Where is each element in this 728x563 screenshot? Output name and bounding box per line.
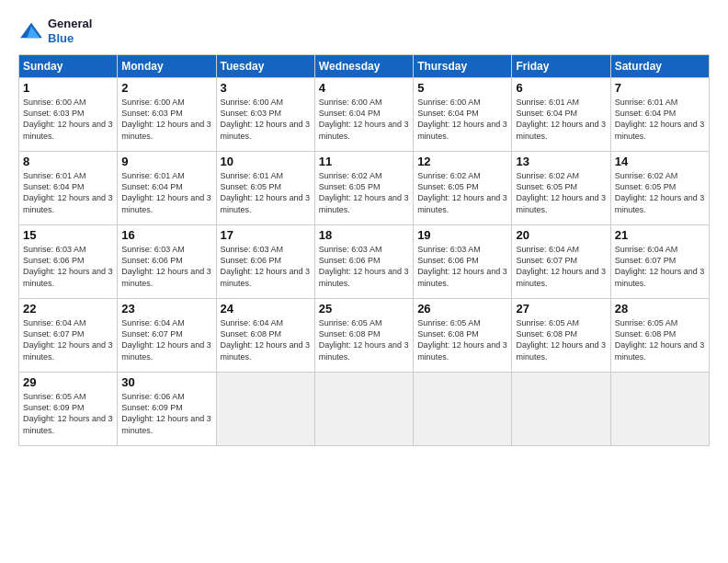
- day-info: Sunrise: 6:03 AM Sunset: 6:06 PM Dayligh…: [319, 244, 409, 289]
- calendar-cell: 25 Sunrise: 6:05 AM Sunset: 6:08 PM Dayl…: [314, 299, 413, 373]
- day-info: Sunrise: 6:05 AM Sunset: 6:08 PM Dayligh…: [615, 317, 705, 362]
- day-info: Sunrise: 6:03 AM Sunset: 6:06 PM Dayligh…: [417, 244, 507, 289]
- day-info: Sunrise: 6:01 AM Sunset: 6:04 PM Dayligh…: [516, 97, 606, 142]
- calendar-page: General Blue SundayMondayTuesdayWednesda…: [0, 0, 728, 563]
- day-number: 6: [516, 81, 606, 95]
- calendar-cell: 26 Sunrise: 6:05 AM Sunset: 6:08 PM Dayl…: [414, 299, 512, 373]
- weekday-header-friday: Friday: [512, 55, 610, 78]
- calendar-body: 1 Sunrise: 6:00 AM Sunset: 6:03 PM Dayli…: [19, 78, 710, 446]
- day-number: 1: [23, 81, 113, 95]
- day-number: 24: [221, 302, 311, 316]
- day-info: Sunrise: 6:05 AM Sunset: 6:08 PM Dayligh…: [516, 317, 606, 362]
- calendar-cell: 21 Sunrise: 6:04 AM Sunset: 6:07 PM Dayl…: [610, 225, 709, 299]
- calendar-cell: 29 Sunrise: 6:05 AM Sunset: 6:09 PM Dayl…: [19, 373, 118, 446]
- day-info: Sunrise: 6:02 AM Sunset: 6:05 PM Dayligh…: [516, 170, 606, 215]
- weekday-header-monday: Monday: [118, 55, 216, 78]
- day-info: Sunrise: 6:04 AM Sunset: 6:07 PM Dayligh…: [615, 244, 705, 289]
- weekday-header-saturday: Saturday: [610, 55, 709, 78]
- day-info: Sunrise: 6:01 AM Sunset: 6:04 PM Dayligh…: [615, 97, 705, 142]
- day-number: 15: [23, 228, 113, 242]
- calendar-cell: 1 Sunrise: 6:00 AM Sunset: 6:03 PM Dayli…: [19, 78, 118, 152]
- calendar-cell: 7 Sunrise: 6:01 AM Sunset: 6:04 PM Dayli…: [610, 78, 709, 152]
- calendar-cell: 3 Sunrise: 6:00 AM Sunset: 6:03 PM Dayli…: [216, 78, 314, 152]
- weekday-header-tuesday: Tuesday: [216, 55, 314, 78]
- day-info: Sunrise: 6:00 AM Sunset: 6:04 PM Dayligh…: [319, 97, 409, 142]
- day-info: Sunrise: 6:01 AM Sunset: 6:04 PM Dayligh…: [121, 170, 211, 215]
- day-number: 27: [516, 302, 606, 316]
- calendar-cell: [414, 373, 512, 446]
- logo-text: General Blue: [48, 17, 92, 45]
- day-number: 14: [615, 155, 705, 168]
- day-info: Sunrise: 6:00 AM Sunset: 6:04 PM Dayligh…: [417, 97, 507, 142]
- day-info: Sunrise: 6:04 AM Sunset: 6:07 PM Dayligh…: [23, 317, 113, 362]
- day-info: Sunrise: 6:05 AM Sunset: 6:08 PM Dayligh…: [319, 317, 409, 362]
- day-number: 30: [121, 375, 211, 389]
- weekday-header-thursday: Thursday: [414, 55, 512, 78]
- calendar-cell: 11 Sunrise: 6:02 AM Sunset: 6:05 PM Dayl…: [314, 152, 413, 225]
- day-number: 18: [319, 228, 409, 242]
- week-row-5: 29 Sunrise: 6:05 AM Sunset: 6:09 PM Dayl…: [19, 373, 710, 446]
- day-info: Sunrise: 6:03 AM Sunset: 6:06 PM Dayligh…: [23, 244, 113, 289]
- weekday-header-sunday: Sunday: [19, 55, 118, 78]
- calendar-table: SundayMondayTuesdayWednesdayThursdayFrid…: [18, 54, 710, 446]
- calendar-cell: 4 Sunrise: 6:00 AM Sunset: 6:04 PM Dayli…: [314, 78, 413, 152]
- calendar-cell: 22 Sunrise: 6:04 AM Sunset: 6:07 PM Dayl…: [19, 299, 118, 373]
- day-info: Sunrise: 6:05 AM Sunset: 6:08 PM Dayligh…: [417, 317, 507, 362]
- calendar-cell: 23 Sunrise: 6:04 AM Sunset: 6:07 PM Dayl…: [118, 299, 216, 373]
- day-number: 8: [23, 155, 113, 168]
- day-number: 17: [221, 228, 311, 242]
- week-row-2: 8 Sunrise: 6:01 AM Sunset: 6:04 PM Dayli…: [19, 152, 710, 225]
- calendar-cell: [610, 373, 709, 446]
- logo: General Blue: [18, 17, 92, 45]
- calendar-cell: 14 Sunrise: 6:02 AM Sunset: 6:05 PM Dayl…: [610, 152, 709, 225]
- calendar-cell: 10 Sunrise: 6:01 AM Sunset: 6:05 PM Dayl…: [216, 152, 314, 225]
- calendar-cell: 8 Sunrise: 6:01 AM Sunset: 6:04 PM Dayli…: [19, 152, 118, 225]
- day-info: Sunrise: 6:02 AM Sunset: 6:05 PM Dayligh…: [615, 170, 705, 215]
- calendar-cell: 13 Sunrise: 6:02 AM Sunset: 6:05 PM Dayl…: [512, 152, 610, 225]
- header: General Blue: [18, 17, 710, 45]
- day-number: 12: [417, 155, 507, 168]
- day-info: Sunrise: 6:04 AM Sunset: 6:08 PM Dayligh…: [221, 317, 311, 362]
- calendar-cell: 28 Sunrise: 6:05 AM Sunset: 6:08 PM Dayl…: [610, 299, 709, 373]
- calendar-cell: 2 Sunrise: 6:00 AM Sunset: 6:03 PM Dayli…: [118, 78, 216, 152]
- calendar-cell: 18 Sunrise: 6:03 AM Sunset: 6:06 PM Dayl…: [314, 225, 413, 299]
- calendar-cell: 6 Sunrise: 6:01 AM Sunset: 6:04 PM Dayli…: [512, 78, 610, 152]
- day-info: Sunrise: 6:05 AM Sunset: 6:09 PM Dayligh…: [23, 391, 113, 436]
- day-info: Sunrise: 6:02 AM Sunset: 6:05 PM Dayligh…: [417, 170, 507, 215]
- day-info: Sunrise: 6:02 AM Sunset: 6:05 PM Dayligh…: [319, 170, 409, 215]
- day-info: Sunrise: 6:01 AM Sunset: 6:04 PM Dayligh…: [23, 170, 113, 215]
- calendar-cell: [216, 373, 314, 446]
- day-number: 2: [121, 81, 211, 95]
- day-number: 20: [516, 228, 606, 242]
- day-info: Sunrise: 6:04 AM Sunset: 6:07 PM Dayligh…: [516, 244, 606, 289]
- day-number: 13: [516, 155, 606, 168]
- week-row-4: 22 Sunrise: 6:04 AM Sunset: 6:07 PM Dayl…: [19, 299, 710, 373]
- week-row-3: 15 Sunrise: 6:03 AM Sunset: 6:06 PM Dayl…: [19, 225, 710, 299]
- weekday-header-row: SundayMondayTuesdayWednesdayThursdayFrid…: [19, 55, 710, 78]
- calendar-cell: 12 Sunrise: 6:02 AM Sunset: 6:05 PM Dayl…: [414, 152, 512, 225]
- day-number: 29: [23, 375, 113, 389]
- day-number: 10: [221, 155, 311, 168]
- calendar-cell: 30 Sunrise: 6:06 AM Sunset: 6:09 PM Dayl…: [118, 373, 216, 446]
- day-info: Sunrise: 6:04 AM Sunset: 6:07 PM Dayligh…: [121, 317, 211, 362]
- calendar-cell: 15 Sunrise: 6:03 AM Sunset: 6:06 PM Dayl…: [19, 225, 118, 299]
- day-number: 9: [121, 155, 211, 168]
- day-number: 7: [615, 81, 705, 95]
- day-info: Sunrise: 6:03 AM Sunset: 6:06 PM Dayligh…: [121, 244, 211, 289]
- day-number: 11: [319, 155, 409, 168]
- calendar-cell: 17 Sunrise: 6:03 AM Sunset: 6:06 PM Dayl…: [216, 225, 314, 299]
- calendar-cell: 9 Sunrise: 6:01 AM Sunset: 6:04 PM Dayli…: [118, 152, 216, 225]
- day-number: 16: [121, 228, 211, 242]
- day-number: 3: [221, 81, 311, 95]
- calendar-cell: [512, 373, 610, 446]
- day-number: 21: [615, 228, 705, 242]
- day-info: Sunrise: 6:00 AM Sunset: 6:03 PM Dayligh…: [121, 97, 211, 142]
- weekday-header-wednesday: Wednesday: [314, 55, 413, 78]
- day-number: 4: [319, 81, 409, 95]
- day-number: 26: [417, 302, 507, 316]
- day-number: 28: [615, 302, 705, 316]
- day-number: 23: [121, 302, 211, 316]
- calendar-cell: 24 Sunrise: 6:04 AM Sunset: 6:08 PM Dayl…: [216, 299, 314, 373]
- calendar-cell: 20 Sunrise: 6:04 AM Sunset: 6:07 PM Dayl…: [512, 225, 610, 299]
- day-info: Sunrise: 6:06 AM Sunset: 6:09 PM Dayligh…: [121, 391, 211, 436]
